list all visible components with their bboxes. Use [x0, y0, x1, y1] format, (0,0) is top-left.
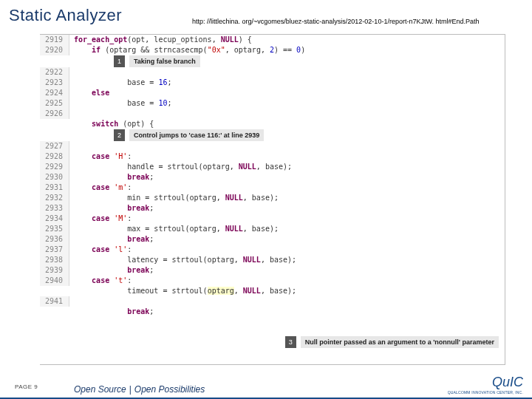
analysis-annotation: 3Null pointer passed as an argument to a…: [285, 336, 499, 348]
line-number: 2922: [40, 67, 69, 78]
code-text: switch (opt) {: [69, 119, 154, 129]
line-number: 2930: [40, 172, 69, 183]
code-text: else: [69, 88, 109, 98]
line-number: 2926: [40, 109, 69, 119]
code-line: 2940 case 't':: [40, 276, 505, 286]
code-line: 2922: [40, 67, 505, 78]
code-line: 2936 break;: [40, 234, 505, 245]
line-number: 2919: [40, 35, 69, 45]
source-url: http: //littlechina. org/~vcgomes/bluez-…: [192, 18, 479, 25]
code-line: 2941: [40, 296, 505, 307]
code-text: break;: [69, 265, 154, 276]
code-line: 2939 break;: [40, 265, 505, 276]
annotation-number: 3: [285, 336, 296, 348]
code-text: min = strtoul(optarg, NULL, base);: [69, 193, 279, 203]
tagline-sep: |: [126, 384, 134, 395]
code-line: break;: [40, 307, 505, 317]
annotation-number: 2: [114, 129, 125, 141]
code-text: for_each_opt(opt, lecup_options, NULL) {: [69, 35, 252, 45]
code-line: 2920 if (optarg && strncasecmp("0x", opt…: [40, 45, 505, 55]
line-number: 2934: [40, 214, 69, 224]
code-text: timeout = strtoul(optarg, NULL, base);: [69, 286, 296, 296]
line-number: 2932: [40, 193, 69, 203]
code-line: 2919for_each_opt(opt, lecup_options, NUL…: [40, 35, 505, 45]
code-text: case 'M':: [69, 214, 132, 224]
code-line: 2929 handle = strtoul(optarg, NULL, base…: [40, 162, 505, 172]
code-text: base = 10;: [69, 98, 171, 109]
annotation-number: 1: [114, 55, 125, 67]
code-line: switch (opt) {: [40, 119, 505, 129]
tagline-left: Open Source: [74, 384, 126, 395]
code-line: 2938 latency = strtoul(optarg, NULL, bas…: [40, 255, 505, 265]
code-text: case 'l':: [69, 245, 132, 255]
code-text: base = 16;: [69, 78, 171, 88]
code-line: 2934 case 'M':: [40, 214, 505, 224]
tagline-right: Open Possibilities: [134, 384, 205, 395]
code-line: 2928 case 'H':: [40, 151, 505, 162]
analysis-annotation: 2Control jumps to 'case 116:' at line 29…: [40, 129, 505, 141]
logo-text: QuIC: [448, 375, 523, 390]
code-text: break;: [69, 307, 154, 317]
code-line: 2930 break;: [40, 172, 505, 183]
code-text: max = strtoul(optarg, NULL, base);: [69, 224, 279, 234]
code-line: 2935 max = strtoul(optarg, NULL, base);: [40, 224, 505, 234]
line-number: 2939: [40, 265, 69, 276]
code-line: 2933 break;: [40, 203, 505, 214]
code-line: 2923 base = 16;: [40, 78, 505, 88]
line-number: 2936: [40, 234, 69, 245]
code-line: 2925 base = 10;: [40, 98, 505, 109]
line-number: 2935: [40, 224, 69, 234]
line-number: 2931: [40, 183, 69, 193]
line-number: 2920: [40, 45, 69, 55]
code-text: handle = strtoul(optarg, NULL, base);: [69, 162, 292, 172]
line-number: 2937: [40, 245, 69, 255]
code-line: 2931 case 'm':: [40, 183, 505, 193]
line-number: 2929: [40, 162, 69, 172]
line-number: 2927: [40, 141, 69, 151]
annotation-text: Taking false branch: [129, 55, 200, 67]
code-line: 2924 else: [40, 88, 505, 98]
annotation-text: Null pointer passed as an argument to a …: [301, 336, 499, 348]
code-text: case 'm':: [69, 183, 132, 193]
line-number: 2928: [40, 151, 69, 162]
code-text: break;: [69, 234, 154, 245]
logo-subtext: QUALCOMM INNOVATION CENTER, INC.: [448, 390, 523, 395]
code-viewer: 2919for_each_opt(opt, lecup_options, NUL…: [40, 34, 505, 365]
line-number: 2941: [40, 296, 69, 307]
code-line: 2926: [40, 109, 505, 119]
code-text: if (optarg && strncasecmp("0x", optarg, …: [69, 45, 305, 55]
code-line: timeout = strtoul(optarg, NULL, base);: [40, 286, 505, 296]
code-line: 2937 case 'l':: [40, 245, 505, 255]
line-number: 2925: [40, 98, 69, 109]
line-number: 2938: [40, 255, 69, 265]
code-text: break;: [69, 172, 154, 183]
line-number: 2923: [40, 78, 69, 88]
line-number: 2940: [40, 276, 69, 286]
code-line: 2927: [40, 141, 505, 151]
footer-tagline: Open Source|Open Possibilities: [74, 384, 205, 395]
code-text: break;: [69, 203, 154, 214]
code-text: case 't':: [69, 276, 132, 286]
code-text: case 'H':: [69, 151, 132, 162]
line-number: 2924: [40, 88, 69, 98]
brand-logo: QuIC QUALCOMM INNOVATION CENTER, INC.: [448, 375, 523, 395]
analysis-annotation: 1Taking false branch: [40, 55, 505, 67]
page-title: Static Analyzer: [9, 6, 122, 25]
page-number: PAGE 9: [15, 383, 38, 390]
annotation-text: Control jumps to 'case 116:' at line 293…: [129, 129, 264, 141]
code-line: 2932 min = strtoul(optarg, NULL, base);: [40, 193, 505, 203]
code-text: latency = strtoul(optarg, NULL, base);: [69, 255, 296, 265]
line-number: 2933: [40, 203, 69, 214]
